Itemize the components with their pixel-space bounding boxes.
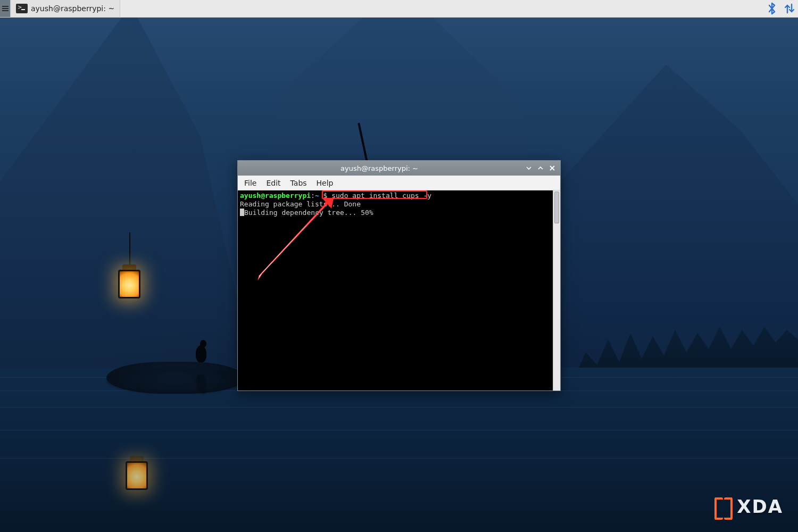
terminal-cursor [240, 209, 244, 216]
wallpaper-mountain [0, 18, 255, 378]
terminal-window[interactable]: ayush@raspberrypi: ~ File Edit Tabs Help… [237, 160, 561, 391]
wallpaper-water [0, 368, 798, 532]
xda-logo-icon [716, 497, 732, 516]
scrollbar-thumb[interactable] [554, 192, 559, 223]
wallpaper-raft-reflection [106, 368, 245, 394]
desktop-wallpaper: ayush@raspberrypi: ~ File Edit Tabs Help… [0, 18, 798, 532]
wallpaper-mountain [532, 48, 798, 378]
wallpaper-lantern [118, 270, 140, 298]
output-line: Reading package lists... Done [240, 200, 361, 208]
taskbar-window-terminal[interactable]: ayush@raspberrypi: ~ [11, 0, 120, 17]
window-minimize-button[interactable] [524, 163, 534, 173]
network-updown-icon[interactable] [784, 2, 795, 15]
wallpaper-lantern-reflection [126, 461, 148, 490]
system-tray [764, 0, 798, 17]
menu-help[interactable]: Help [312, 178, 338, 188]
menu-tabs[interactable]: Tabs [286, 178, 311, 188]
window-maximize-button[interactable] [536, 163, 545, 173]
taskbar: ayush@raspberrypi: ~ [0, 0, 798, 18]
menubar: File Edit Tabs Help [238, 176, 560, 190]
output-line: Building dependency tree... 50% [244, 209, 373, 217]
menu-icon [2, 8, 9, 9]
wallpaper-bird-reflection [192, 375, 211, 403]
terminal-icon [16, 4, 28, 13]
window-titlebar[interactable]: ayush@raspberrypi: ~ [238, 161, 560, 176]
prompt-user-host: ayush@raspberrypi [240, 192, 311, 200]
prompt-path: ~ [315, 192, 319, 200]
menu-file[interactable]: File [240, 178, 261, 188]
window-title: ayush@raspberrypi: ~ [238, 164, 521, 172]
app-launcher-button[interactable] [0, 0, 11, 17]
terminal-output[interactable]: ayush@raspberrypi:~ $ sudo apt install c… [238, 190, 553, 390]
menu-edit[interactable]: Edit [262, 178, 285, 188]
annotation-highlight-box [322, 190, 427, 199]
window-close-button[interactable] [547, 163, 557, 173]
xda-watermark: XDA [716, 496, 783, 517]
prompt-sep: : [311, 192, 315, 200]
bluetooth-icon[interactable] [767, 2, 777, 15]
taskbar-spacer [120, 0, 764, 17]
wallpaper-bird [192, 330, 211, 362]
terminal-scrollbar[interactable] [553, 190, 560, 390]
taskbar-window-title: ayush@raspberrypi: ~ [31, 4, 114, 13]
watermark-text: XDA [737, 496, 783, 517]
